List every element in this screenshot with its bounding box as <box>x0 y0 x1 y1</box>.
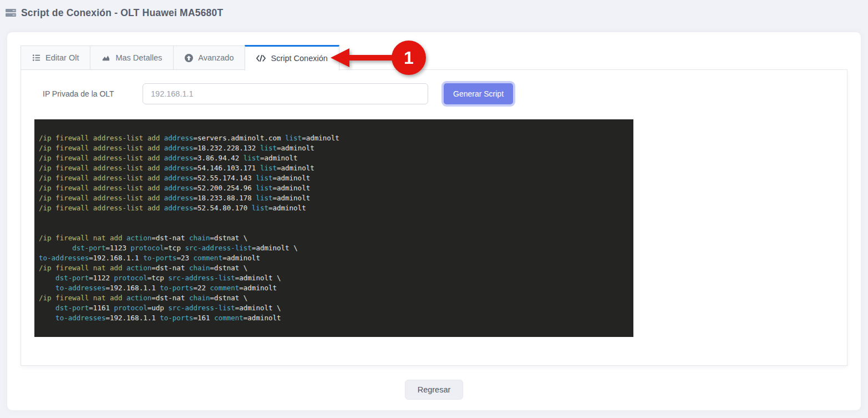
server-icon <box>6 8 16 17</box>
code-line <box>39 223 629 233</box>
tab-avanzado[interactable]: Avanzado <box>173 46 245 70</box>
code-line: to-addresses=192.168.1.1 to-ports=22 com… <box>39 283 629 293</box>
code-line: /ip firewall address-list add address=18… <box>39 143 629 153</box>
chart-area-icon <box>101 54 110 62</box>
back-button[interactable]: Regresar <box>405 380 464 400</box>
code-line: /ip firewall nat add action=dst-nat chai… <box>39 263 629 273</box>
code-line: /ip firewall address-list add address=18… <box>39 193 629 203</box>
ip-label: IP Privada de la OLT <box>43 89 143 98</box>
code-line: /ip firewall address-list add address=52… <box>39 183 629 193</box>
code-line: /ip firewall nat add action=dst-nat chai… <box>39 293 629 303</box>
code-line <box>39 213 629 223</box>
page-header: Script de Conexión - OLT Huawei MA5680T <box>0 0 868 26</box>
code-line: /ip firewall address-list add address=52… <box>39 173 629 183</box>
ip-form-row: IP Privada de la OLT Generar Script <box>34 83 834 104</box>
arrow-up-circle-icon <box>185 54 193 62</box>
code-line: /ip firewall address-list add address=52… <box>39 203 629 213</box>
card-footer: Regresar <box>21 380 847 400</box>
tab-label: Mas Detalles <box>115 53 162 62</box>
tab-label: Script Conexión <box>271 54 327 63</box>
code-line: dst-port=1161 protocol=udp src-address-l… <box>39 303 629 313</box>
code-line: to-addresses=192.168.1.1 to-ports=23 com… <box>39 253 629 263</box>
code-line: dst-port=1122 protocol=tcp src-address-l… <box>39 273 629 283</box>
code-line: dst-port=1123 protocol=tcp src-address-l… <box>39 243 629 253</box>
tab-mas-detalles[interactable]: Mas Detalles <box>90 46 174 70</box>
generate-script-button[interactable]: Generar Script <box>444 83 513 104</box>
code-line: /ip firewall address-list add address=54… <box>39 163 629 173</box>
list-icon <box>32 54 40 62</box>
page-title: Script de Conexión - OLT Huawei MA5680T <box>21 7 223 19</box>
code-line: /ip firewall address-list add address=3.… <box>39 153 629 163</box>
tab-label: Editar Olt <box>45 53 79 62</box>
code-line: to-addresses=192.168.1.1 to-ports=161 co… <box>39 313 629 323</box>
tab-script-conexion[interactable]: Script Conexión <box>245 45 339 70</box>
code-line: /ip firewall address-list add address=se… <box>39 133 629 143</box>
script-output: /ip firewall address-list add address=se… <box>34 119 633 337</box>
code-line: /ip firewall nat add action=dst-nat chai… <box>39 233 629 243</box>
tab-editar-olt[interactable]: Editar Olt <box>21 46 90 70</box>
code-icon <box>256 55 266 62</box>
script-conexion-panel: IP Privada de la OLT Generar Script /ip … <box>21 69 847 366</box>
tab-label: Avanzado <box>198 53 234 62</box>
ip-input[interactable] <box>143 83 428 104</box>
tab-bar: Editar Olt Mas Detalles Avanzado <box>21 45 847 70</box>
olt-card: Editar Olt Mas Detalles Avanzado <box>7 32 861 411</box>
